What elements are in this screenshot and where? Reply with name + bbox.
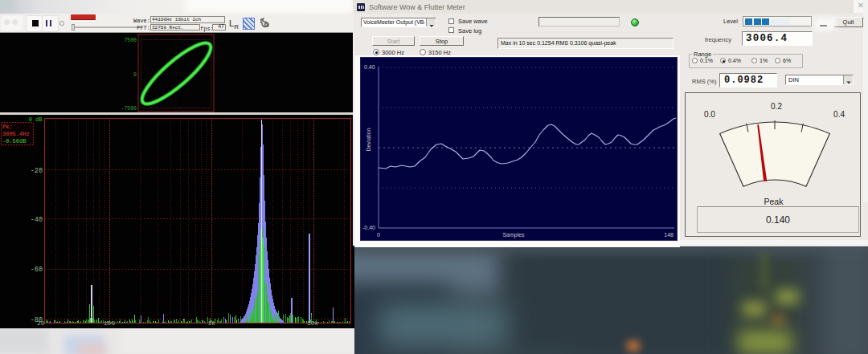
svg-text:0.40: 0.40 [364,64,375,70]
svg-text:3005.4Hz: 3005.4Hz [2,131,30,137]
svg-text:Samples: Samples [502,232,525,238]
svg-text:-0.40: -0.40 [362,225,375,230]
svg-text:0.4: 0.4 [833,110,845,119]
svg-text:-60: -60 [31,266,43,274]
svg-text:Deviation: Deviation [366,128,371,151]
svg-text:0.2: 0.2 [771,102,782,111]
svg-text:-7500: -7500 [121,106,137,112]
svg-text:7500: 7500 [124,38,137,43]
svg-text:0.0: 0.0 [704,110,715,119]
svg-text:Pk:: Pk: [2,124,13,130]
svg-text:-0.50dB: -0.50dB [2,138,26,144]
svg-text:100: 100 [104,319,116,327]
svg-text:10k: 10k [307,319,319,327]
svg-text:-20: -20 [31,167,43,175]
svg-text:0: 0 [377,232,380,238]
svg-text:1k: 1k [207,319,215,327]
svg-text:0 dB: 0 dB [29,116,43,123]
svg-text:-40: -40 [31,216,43,224]
svg-text:148: 148 [664,232,674,238]
svg-text:0: 0 [133,72,137,78]
svg-text:20: 20 [37,319,45,327]
